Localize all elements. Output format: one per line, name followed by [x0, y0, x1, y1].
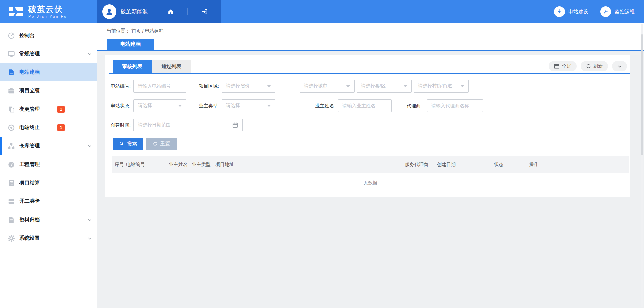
logout-icon [201, 8, 208, 15]
station-status-select[interactable]: 请选择 [133, 99, 186, 112]
sidebar-item-engineering-mgmt[interactable]: 工程管理 [0, 155, 97, 174]
agent-input-wrap [427, 99, 483, 112]
caret-down-icon [460, 85, 464, 87]
brand-subtitle: Po Jian Yun Fu [28, 14, 67, 18]
caret-down-icon [267, 105, 271, 107]
gauge-icon [7, 32, 15, 40]
document-icon [7, 68, 15, 76]
filter-label: 电站状态: [105, 99, 131, 112]
tab-review-list[interactable]: 审核列表 [113, 60, 152, 73]
main-content: 当前位置： 首页 / 电站建档 电站建档 审核列表 通过列表 全屏 [97, 23, 644, 308]
table-header-row: 序号 电站编号 业主姓名 业主类型 项目地址 服务代理商 创建日期 状态 操作 [112, 156, 629, 173]
refresh-icon [586, 64, 591, 69]
col-index: 序号 [112, 156, 123, 173]
brand-logo[interactable]: 破茧云伏 Po Jian Yun Fu [0, 0, 97, 23]
date-range-picker[interactable]: 请选择日期范围 [133, 119, 243, 131]
scrollbar-thumb[interactable] [641, 34, 643, 155]
home-button[interactable] [154, 8, 187, 15]
col-owner-name: 业主姓名 [166, 156, 189, 173]
filter-label: 项目区域: [192, 80, 219, 93]
collapse-button[interactable] [612, 61, 627, 71]
province-select[interactable]: 请选择省份 [222, 80, 275, 93]
sidebar-item-system-settings[interactable]: 系统设置 [0, 229, 97, 247]
fullscreen-button[interactable]: 全屏 [549, 61, 577, 71]
caret-down-icon [178, 105, 182, 107]
sidebar-item-station-filing[interactable]: 电站建档 [0, 63, 97, 81]
caret-down-icon [267, 85, 271, 87]
filter-form: 电站编号: 项目区域: 请选择省份 请选择城市 请选择县/区 请选择村镇/街道 [105, 74, 630, 138]
scrollbar[interactable] [641, 24, 643, 307]
bolt-icon [554, 6, 565, 17]
reset-button[interactable]: 重置 [146, 138, 177, 150]
filter-actions: 搜索 重置 [113, 138, 177, 150]
sidebar-item-general-mgmt[interactable]: 常规管理 [0, 45, 97, 63]
col-station-no: 电站编号 [123, 156, 166, 173]
sidebar-item-project-initiation[interactable]: 项目立项 [0, 81, 97, 100]
district-select[interactable]: 请选择县/区 [357, 80, 412, 93]
module-label: 电站建设 [568, 9, 588, 15]
sidebar-item-warehouse-mgmt[interactable]: 仓库管理 [0, 137, 97, 155]
calculator-icon [7, 179, 15, 187]
col-service-agent: 服务代理商 [402, 156, 434, 173]
caret-down-icon [346, 85, 350, 87]
dashboard-icon [7, 161, 15, 169]
breadcrumb: 当前位置： 首页 / 电站建档 [107, 28, 164, 34]
module-monitor-ops[interactable]: 监控运维 [600, 6, 635, 17]
archive-icon [7, 216, 15, 224]
cards-icon [7, 197, 15, 205]
empty-state: 无数据 [112, 173, 629, 193]
sidebar-item-project-settlement[interactable]: 项目结算 [0, 174, 97, 192]
results-table: 序号 电站编号 业主姓名 业主类型 项目地址 服务代理商 创建日期 状态 操作 … [112, 156, 629, 193]
col-owner-type: 业主类型 [189, 156, 213, 173]
col-status: 状态 [491, 156, 527, 173]
sidebar-item-station-termination[interactable]: 电站终止 1 [0, 118, 97, 137]
chevron-down-icon [87, 52, 92, 56]
city-select[interactable]: 请选择城市 [300, 80, 355, 93]
home-icon [167, 8, 174, 15]
user-profile[interactable]: 破茧新能源 [97, 4, 154, 19]
search-icon [119, 141, 124, 146]
owner-name-input-wrap [338, 99, 392, 112]
monitor-icon [7, 50, 15, 58]
sitemap-icon [7, 142, 15, 150]
chevron-down-icon [87, 218, 92, 222]
town-select[interactable]: 请选择村镇/街道 [414, 80, 469, 93]
module-station-build[interactable]: 电站建设 [554, 6, 588, 17]
tab-passed-list[interactable]: 通过列表 [152, 60, 191, 73]
reset-icon [153, 141, 158, 146]
caret-down-icon [403, 85, 407, 87]
station-no-input[interactable] [134, 80, 186, 92]
calendar-icon [232, 122, 238, 128]
page-tab-station-filing[interactable]: 电站建档 [107, 39, 154, 50]
station-filing-card: 审核列表 通过列表 全屏 刷新 [105, 55, 630, 197]
refresh-button[interactable]: 刷新 [581, 61, 608, 71]
logout-button[interactable] [187, 8, 221, 15]
chevron-down-icon [617, 64, 622, 69]
owner-type-select[interactable]: 请选择 [222, 99, 275, 112]
sidebar-item-console[interactable]: 控制台 [0, 26, 97, 45]
col-project-address: 项目地址 [213, 156, 402, 173]
col-actions: 操作 [527, 156, 629, 173]
user-segment: 破茧新能源 [97, 0, 221, 23]
breadcrumb-path[interactable]: 首页 / 电站建档 [131, 28, 164, 34]
breadcrumb-bar: 当前位置： 首页 / 电站建档 电站建档 [97, 23, 644, 51]
briefcase-icon [7, 87, 15, 95]
module-label: 监控运维 [614, 9, 635, 15]
copy-icon [7, 105, 15, 113]
wrench-icon [600, 6, 611, 17]
chevron-down-icon [87, 144, 92, 148]
filter-label: 代理商: [398, 99, 422, 112]
fullscreen-icon [554, 64, 559, 69]
sidebar-item-change-mgmt[interactable]: 变更管理 1 [0, 100, 97, 118]
sidebar-item-data-archive[interactable]: 资料归档 [0, 210, 97, 229]
col-create-date: 创建日期 [434, 156, 491, 173]
badge-count: 1 [57, 124, 65, 131]
chevron-down-icon [87, 236, 92, 241]
filter-label: 创建时间: [105, 119, 131, 131]
sidebar-item-class2-card[interactable]: 开二类卡 [0, 192, 97, 210]
user-name: 破茧新能源 [121, 8, 148, 15]
owner-name-input[interactable] [338, 100, 391, 112]
logo-icon [9, 6, 23, 17]
agent-input[interactable] [427, 100, 483, 112]
search-button[interactable]: 搜索 [113, 138, 143, 150]
